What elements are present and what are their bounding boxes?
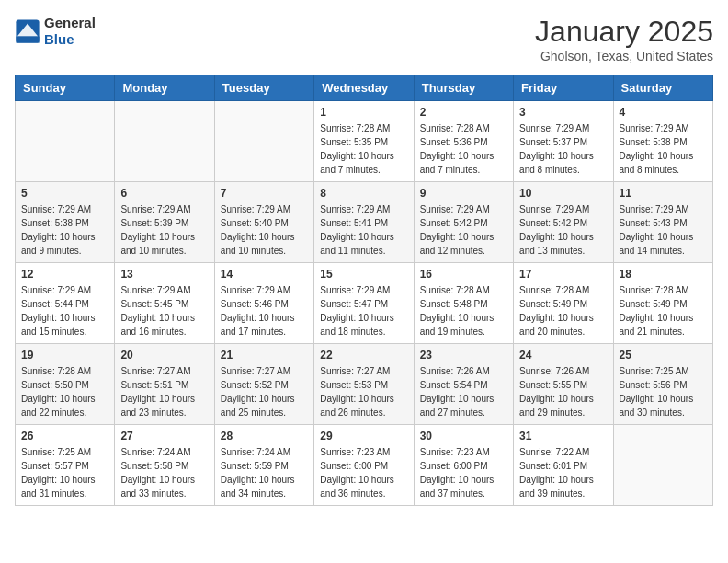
day-info: Sunrise: 7:29 AM Sunset: 5:38 PM Dayligh… (620, 121, 707, 177)
day-info: Sunrise: 7:23 AM Sunset: 6:00 PM Dayligh… (420, 445, 507, 500)
calendar-week-row: 1Sunrise: 7:28 AM Sunset: 5:35 PM Daylig… (16, 101, 713, 182)
calendar-cell: 9Sunrise: 7:29 AM Sunset: 5:42 PM Daylig… (414, 182, 513, 263)
day-info: Sunrise: 7:24 AM Sunset: 5:58 PM Dayligh… (120, 445, 208, 500)
weekday-header-row: SundayMondayTuesdayWednesdayThursdayFrid… (16, 75, 713, 101)
day-info: Sunrise: 7:26 AM Sunset: 5:54 PM Dayligh… (420, 364, 507, 419)
calendar-cell: 4Sunrise: 7:29 AM Sunset: 5:38 PM Daylig… (613, 101, 712, 182)
day-number: 17 (519, 268, 607, 281)
day-info: Sunrise: 7:24 AM Sunset: 5:59 PM Dayligh… (221, 445, 308, 500)
location: Gholson, Texas, United States (535, 49, 713, 63)
calendar-cell: 22Sunrise: 7:27 AM Sunset: 5:53 PM Dayli… (314, 344, 414, 425)
logo-text: General Blue (44, 15, 96, 48)
day-info: Sunrise: 7:29 AM Sunset: 5:41 PM Dayligh… (320, 202, 407, 258)
calendar-cell: 17Sunrise: 7:28 AM Sunset: 5:49 PM Dayli… (514, 263, 613, 344)
calendar-week-row: 19Sunrise: 7:28 AM Sunset: 5:50 PM Dayli… (16, 344, 713, 425)
weekday-header: Saturday (613, 75, 712, 101)
day-number: 12 (21, 268, 108, 281)
day-number: 9 (420, 187, 507, 200)
page-header: General Blue January 2025 Gholson, Texas… (15, 15, 713, 63)
day-info: Sunrise: 7:29 AM Sunset: 5:40 PM Dayligh… (221, 202, 308, 258)
calendar-cell: 23Sunrise: 7:26 AM Sunset: 5:54 PM Dayli… (414, 344, 513, 425)
title-block: January 2025 Gholson, Texas, United Stat… (535, 15, 713, 63)
day-info: Sunrise: 7:28 AM Sunset: 5:35 PM Dayligh… (320, 121, 407, 177)
day-number: 26 (21, 430, 108, 442)
weekday-header: Thursday (414, 75, 513, 101)
calendar-cell (214, 101, 313, 182)
day-info: Sunrise: 7:25 AM Sunset: 5:57 PM Dayligh… (21, 445, 108, 500)
calendar-cell: 19Sunrise: 7:28 AM Sunset: 5:50 PM Dayli… (16, 344, 115, 425)
day-number: 11 (620, 187, 707, 200)
day-number: 2 (420, 106, 507, 119)
calendar-cell: 12Sunrise: 7:29 AM Sunset: 5:44 PM Dayli… (16, 263, 115, 344)
weekday-header: Sunday (16, 75, 115, 101)
day-info: Sunrise: 7:28 AM Sunset: 5:49 PM Dayligh… (620, 283, 707, 339)
day-number: 22 (320, 349, 407, 362)
day-number: 27 (120, 430, 208, 442)
calendar-cell: 24Sunrise: 7:26 AM Sunset: 5:55 PM Dayli… (514, 344, 613, 425)
day-number: 7 (221, 187, 308, 200)
calendar-cell: 27Sunrise: 7:24 AM Sunset: 5:58 PM Dayli… (115, 425, 214, 506)
calendar-cell: 16Sunrise: 7:28 AM Sunset: 5:48 PM Dayli… (414, 263, 513, 344)
day-number: 24 (519, 349, 607, 362)
calendar-cell: 21Sunrise: 7:27 AM Sunset: 5:52 PM Dayli… (214, 344, 313, 425)
calendar-cell: 1Sunrise: 7:28 AM Sunset: 5:35 PM Daylig… (314, 101, 414, 182)
day-info: Sunrise: 7:29 AM Sunset: 5:38 PM Dayligh… (21, 202, 108, 258)
day-number: 16 (420, 268, 507, 281)
calendar-cell: 29Sunrise: 7:23 AM Sunset: 6:00 PM Dayli… (314, 425, 414, 506)
weekday-header: Tuesday (214, 75, 313, 101)
day-info: Sunrise: 7:29 AM Sunset: 5:42 PM Dayligh… (519, 202, 607, 258)
calendar-cell: 11Sunrise: 7:29 AM Sunset: 5:43 PM Dayli… (613, 182, 712, 263)
day-info: Sunrise: 7:29 AM Sunset: 5:42 PM Dayligh… (420, 202, 507, 258)
day-info: Sunrise: 7:27 AM Sunset: 5:52 PM Dayligh… (221, 364, 308, 419)
calendar-week-row: 5Sunrise: 7:29 AM Sunset: 5:38 PM Daylig… (16, 182, 713, 263)
calendar-cell: 30Sunrise: 7:23 AM Sunset: 6:00 PM Dayli… (414, 425, 513, 506)
day-info: Sunrise: 7:29 AM Sunset: 5:45 PM Dayligh… (120, 283, 208, 339)
calendar-table: SundayMondayTuesdayWednesdayThursdayFrid… (15, 75, 713, 506)
day-number: 23 (420, 349, 507, 362)
day-number: 8 (320, 187, 407, 200)
day-info: Sunrise: 7:26 AM Sunset: 5:55 PM Dayligh… (519, 364, 607, 419)
weekday-header: Friday (514, 75, 613, 101)
day-info: Sunrise: 7:23 AM Sunset: 6:00 PM Dayligh… (320, 445, 407, 500)
calendar-cell (115, 101, 214, 182)
day-number: 18 (620, 268, 707, 281)
calendar-cell: 13Sunrise: 7:29 AM Sunset: 5:45 PM Dayli… (115, 263, 214, 344)
day-number: 15 (320, 268, 407, 281)
calendar-cell: 8Sunrise: 7:29 AM Sunset: 5:41 PM Daylig… (314, 182, 414, 263)
day-number: 3 (519, 106, 607, 119)
calendar-cell: 18Sunrise: 7:28 AM Sunset: 5:49 PM Dayli… (613, 263, 712, 344)
svg-rect-2 (16, 37, 39, 43)
calendar-cell: 7Sunrise: 7:29 AM Sunset: 5:40 PM Daylig… (214, 182, 313, 263)
calendar-week-row: 26Sunrise: 7:25 AM Sunset: 5:57 PM Dayli… (16, 425, 713, 506)
day-info: Sunrise: 7:29 AM Sunset: 5:46 PM Dayligh… (221, 283, 308, 339)
calendar-week-row: 12Sunrise: 7:29 AM Sunset: 5:44 PM Dayli… (16, 263, 713, 344)
day-info: Sunrise: 7:29 AM Sunset: 5:37 PM Dayligh… (519, 121, 607, 177)
day-number: 4 (620, 106, 707, 119)
day-number: 21 (221, 349, 308, 362)
logo-icon (15, 18, 40, 44)
day-info: Sunrise: 7:27 AM Sunset: 5:51 PM Dayligh… (120, 364, 208, 419)
day-info: Sunrise: 7:27 AM Sunset: 5:53 PM Dayligh… (320, 364, 407, 419)
day-number: 25 (620, 349, 707, 362)
day-info: Sunrise: 7:25 AM Sunset: 5:56 PM Dayligh… (620, 364, 707, 419)
day-number: 19 (21, 349, 108, 362)
day-info: Sunrise: 7:28 AM Sunset: 5:36 PM Dayligh… (420, 121, 507, 177)
day-number: 31 (519, 430, 607, 442)
day-number: 20 (120, 349, 208, 362)
day-number: 5 (21, 187, 108, 200)
day-info: Sunrise: 7:22 AM Sunset: 6:01 PM Dayligh… (519, 445, 607, 500)
weekday-header: Wednesday (314, 75, 414, 101)
calendar-cell: 31Sunrise: 7:22 AM Sunset: 6:01 PM Dayli… (514, 425, 613, 506)
day-number: 30 (420, 430, 507, 442)
day-number: 1 (320, 106, 407, 119)
day-info: Sunrise: 7:29 AM Sunset: 5:44 PM Dayligh… (21, 283, 108, 339)
calendar-cell: 15Sunrise: 7:29 AM Sunset: 5:47 PM Dayli… (314, 263, 414, 344)
day-info: Sunrise: 7:28 AM Sunset: 5:50 PM Dayligh… (21, 364, 108, 419)
day-number: 14 (221, 268, 308, 281)
day-info: Sunrise: 7:28 AM Sunset: 5:49 PM Dayligh… (519, 283, 607, 339)
month-title: January 2025 (535, 15, 713, 49)
calendar-cell: 2Sunrise: 7:28 AM Sunset: 5:36 PM Daylig… (414, 101, 513, 182)
calendar-cell: 3Sunrise: 7:29 AM Sunset: 5:37 PM Daylig… (514, 101, 613, 182)
calendar-cell: 20Sunrise: 7:27 AM Sunset: 5:51 PM Dayli… (115, 344, 214, 425)
logo: General Blue (15, 15, 96, 48)
